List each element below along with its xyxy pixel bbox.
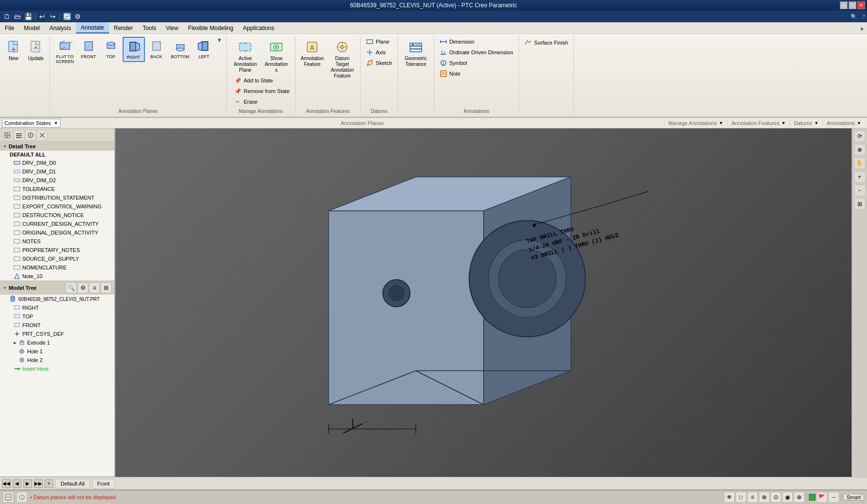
detail-current-design-activity[interactable]: CURRENT_DESIGN_ACTIVITY	[0, 220, 114, 228]
view-zoom-in-button[interactable]: +	[854, 171, 866, 183]
ordinate-driven-dimension-button[interactable]: Ordinate Driven Dimension	[437, 47, 516, 57]
menu-render[interactable]: Render	[109, 22, 138, 33]
view-mode-button-2[interactable]: □	[736, 492, 746, 503]
detail-tree-header[interactable]: ▼ Detail Tree	[0, 142, 114, 151]
detail-default-all[interactable]: DEFAULT ALL	[0, 151, 114, 158]
view-mode-button-3[interactable]: ≡	[747, 492, 758, 503]
extrude-1-expand[interactable]: ▶	[14, 341, 16, 345]
panel-tool-2[interactable]	[14, 130, 24, 141]
menu-model[interactable]: Model	[19, 22, 45, 33]
nav-tab-default-all[interactable]: Default All	[55, 479, 90, 488]
panel-tool-1[interactable]	[2, 130, 13, 141]
menu-file[interactable]: File	[0, 22, 19, 33]
model-top-plane[interactable]: TOP	[0, 312, 114, 321]
menu-analysis[interactable]: Analysis	[45, 22, 76, 33]
status-arrow-button[interactable]: →	[828, 492, 839, 503]
undo-button[interactable]: ↩	[37, 12, 47, 21]
detail-note-10[interactable]: Note_10	[0, 272, 114, 281]
top-button[interactable]: TOP	[100, 37, 122, 61]
left-button[interactable]: LEFT	[193, 37, 215, 61]
new-file-button[interactable]: 🗋	[2, 12, 12, 21]
model-hole-1[interactable]: Hole 1	[0, 347, 114, 356]
restore-button[interactable]: □	[849, 1, 856, 9]
close-button[interactable]: ✕	[857, 1, 865, 9]
panel-tool-4[interactable]	[37, 130, 47, 141]
status-info-button[interactable]: i	[16, 492, 27, 503]
open-button[interactable]: 🗁	[13, 12, 22, 21]
dimension-button[interactable]: Dimension	[437, 37, 516, 47]
model-tree-filter-button[interactable]: 🔍	[66, 283, 77, 293]
view-zoom-out-button[interactable]: −	[854, 185, 866, 196]
detail-tolerance[interactable]: TOLERANCE	[0, 185, 114, 193]
model-right-plane[interactable]: RIGHT	[0, 303, 114, 312]
detail-original-design-activity[interactable]: ORIGINAL_DESIGN_ACTIVITY	[0, 228, 114, 237]
model-tree-more-button[interactable]: ≡	[89, 283, 100, 293]
axis-button[interactable]: Axis	[363, 47, 394, 57]
detail-notes[interactable]: NOTES	[0, 237, 114, 246]
sketch-button[interactable]: Sketch	[363, 58, 394, 68]
remove-from-state-button[interactable]: 📌 Remove from State	[232, 86, 292, 96]
status-green-indicator[interactable]	[809, 494, 816, 501]
plane-button[interactable]: Plane	[363, 37, 394, 47]
model-part-file[interactable]: 60B46539_98752_CLEVIS_NUT.PRT	[0, 295, 114, 303]
view-mode-button-4[interactable]: ⊕	[759, 492, 770, 503]
save-button[interactable]: 💾	[23, 12, 33, 21]
view-rotate-button[interactable]: ⟳	[854, 130, 866, 142]
model-hole-2[interactable]: Hole 2	[0, 356, 114, 364]
menu-flexible-modeling[interactable]: Flexible Modeling	[183, 22, 238, 33]
detail-drv-dim-d2[interactable]: DRV_DIM_D2	[0, 176, 114, 185]
back-button[interactable]: BACK	[146, 37, 167, 61]
symbol-button[interactable]: Σ Symbol	[437, 58, 516, 68]
active-annotation-plane-button[interactable]: ActiveAnnotation Plane	[230, 37, 260, 76]
geometric-tolerance-button[interactable]: Geometric Tolerance	[401, 37, 431, 70]
show-annotations-button[interactable]: ShowAnnotations	[261, 37, 291, 76]
detail-drv-dim-d0[interactable]: DRV_DIM_D0	[0, 158, 114, 167]
status-model-button[interactable]	[3, 492, 14, 503]
view-mode-button-1[interactable]: 👁	[724, 492, 735, 503]
view-mode-button-6[interactable]: ◉	[782, 492, 793, 503]
annotation-feature-button[interactable]: A AnnotationFeature	[299, 37, 327, 70]
detail-source-of-supply[interactable]: SOURCE_OF_SUPPLY	[0, 254, 114, 263]
view-zoom-button[interactable]: ⊕	[854, 144, 866, 156]
nav-add-button[interactable]: +	[45, 479, 53, 488]
datum-target-annotation-feature-button[interactable]: Datum TargetAnnotation Feature	[327, 37, 357, 81]
view-pan-button[interactable]: ✋	[854, 158, 866, 169]
ribbon-collapse-button[interactable]: ▲	[859, 25, 867, 31]
nav-tab-front[interactable]: Front	[92, 479, 115, 488]
model-tree-settings-button[interactable]: ⚙	[78, 283, 88, 293]
combination-states-dropdown[interactable]: Combination States ▼	[2, 119, 61, 127]
model-tree-columns-button[interactable]: ⊞	[101, 283, 111, 293]
settings-button[interactable]: ⚙	[73, 12, 82, 21]
nav-next-button[interactable]: ▶	[23, 479, 32, 488]
detail-export-control-warning[interactable]: EXPORT_CONTROL_WARNING	[0, 202, 114, 211]
right-button[interactable]: RIGHT	[123, 37, 145, 62]
detail-nomenclature[interactable]: NOMENCLATURE	[0, 263, 114, 272]
regenerate-button[interactable]: 🔄	[62, 12, 72, 21]
flat-to-screen-button[interactable]: FLAT TOSCREEN	[53, 37, 77, 66]
orientation-dropdown-arrow[interactable]: ▼	[216, 37, 223, 44]
menu-applications[interactable]: Applications	[238, 22, 279, 33]
surface-finish-button[interactable]: Surface Finish	[522, 38, 570, 47]
view-fit-button[interactable]: ⊞	[854, 198, 866, 210]
redo-button[interactable]: ↪	[48, 12, 58, 21]
model-prt-csys-def[interactable]: PRT_CSYS_DEF	[0, 330, 114, 338]
update-button[interactable]: Update	[25, 37, 47, 64]
new-button[interactable]: New	[3, 37, 24, 64]
erase-button[interactable]: ✏ Erase	[232, 97, 292, 107]
detail-destruction-notice[interactable]: DESTRUCTION_NOTICE	[0, 211, 114, 220]
menu-annotate[interactable]: Annotate	[76, 22, 109, 33]
model-tree-header[interactable]: ▼ Model Tree 🔍 ⚙ ≡ ⊞	[0, 281, 114, 295]
menu-tools[interactable]: Tools	[138, 22, 161, 33]
nav-last-button[interactable]: ▶▶	[34, 479, 43, 488]
nav-first-button[interactable]: ◀◀	[2, 479, 11, 488]
model-extrude-1[interactable]: ▶ Extrude 1	[0, 338, 114, 347]
nav-prev-button[interactable]: ◀	[13, 479, 21, 488]
view-mode-button-5[interactable]: ⊙	[771, 492, 781, 503]
detail-proprietary-notes[interactable]: PROPRETARY_NOTES	[0, 246, 114, 254]
minimize-button[interactable]: ─	[840, 1, 848, 9]
model-insert-here[interactable]: Insert Here	[0, 364, 114, 373]
3d-viewport[interactable]: TAP DRILL THRU 1/4-28 UNF - 2B Drill #3 …	[115, 128, 867, 477]
detail-distribution-statement[interactable]: DISTRIBUTION_STATEMENT	[0, 193, 114, 202]
front-button[interactable]: FRONT	[78, 37, 99, 61]
status-flag-button[interactable]: 🚩	[817, 492, 827, 503]
